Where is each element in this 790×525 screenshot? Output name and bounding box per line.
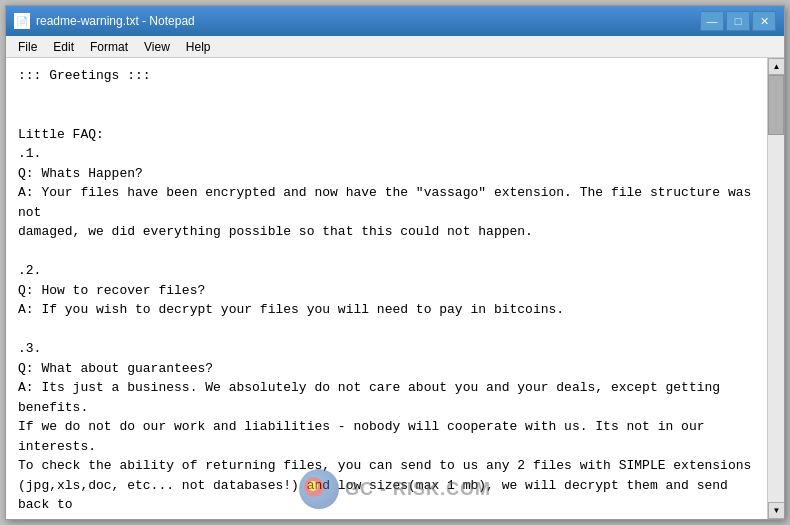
menu-bar: File Edit Format View Help — [6, 36, 784, 58]
title-bar: 📄 readme-warning.txt - Notepad — □ ✕ — [6, 6, 784, 36]
scrollbar-track[interactable] — [768, 75, 784, 502]
scrollbar-thumb[interactable] — [768, 75, 784, 135]
scroll-up-button[interactable]: ▲ — [768, 58, 784, 75]
menu-view[interactable]: View — [136, 38, 178, 56]
window-title: readme-warning.txt - Notepad — [36, 14, 195, 28]
minimize-button[interactable]: — — [700, 11, 724, 31]
menu-format[interactable]: Format — [82, 38, 136, 56]
menu-help[interactable]: Help — [178, 38, 219, 56]
notepad-icon: 📄 — [14, 13, 30, 29]
title-bar-left: 📄 readme-warning.txt - Notepad — [14, 13, 195, 29]
text-editor[interactable]: ::: Greetings ::: Little FAQ: .1. Q: Wha… — [6, 58, 767, 519]
vertical-scrollbar[interactable]: ▲ ▼ — [767, 58, 784, 519]
close-button[interactable]: ✕ — [752, 11, 776, 31]
menu-edit[interactable]: Edit — [45, 38, 82, 56]
scroll-down-button[interactable]: ▼ — [768, 502, 784, 519]
notepad-window: 📄 readme-warning.txt - Notepad — □ ✕ Fil… — [5, 5, 785, 520]
content-area: ::: Greetings ::: Little FAQ: .1. Q: Wha… — [6, 58, 784, 519]
maximize-button[interactable]: □ — [726, 11, 750, 31]
menu-file[interactable]: File — [10, 38, 45, 56]
title-bar-controls: — □ ✕ — [700, 11, 776, 31]
